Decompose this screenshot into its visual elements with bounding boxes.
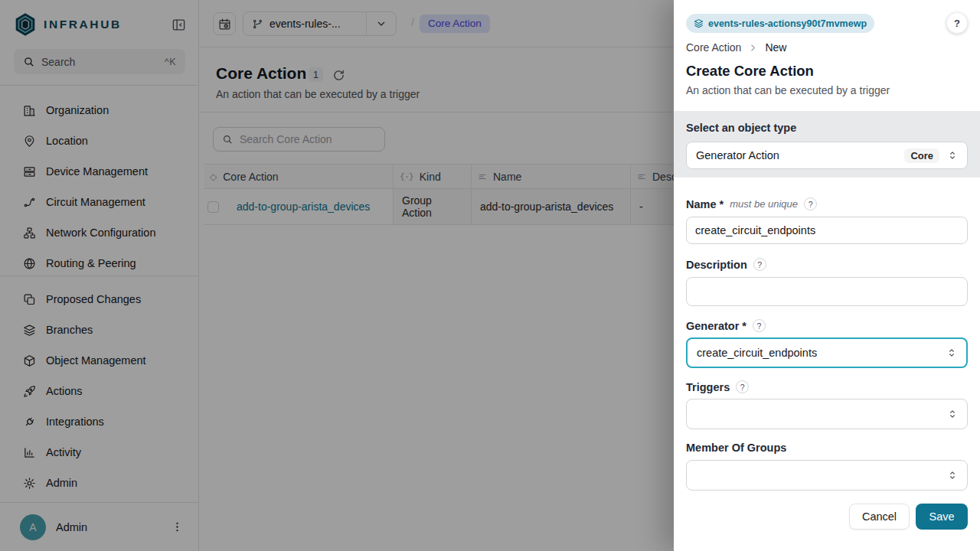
- object-type-label: Select an object type: [686, 122, 796, 134]
- generator-value: create_circuit_endpoints: [697, 347, 817, 359]
- description-label: Description: [686, 259, 747, 271]
- core-namespace-badge: Core: [904, 148, 939, 163]
- name-input[interactable]: create_circuit_endpoints: [686, 217, 968, 244]
- help-icon[interactable]: ?: [753, 319, 766, 332]
- layers-icon: [694, 18, 704, 28]
- drawer-title: Create Core Action: [686, 63, 814, 80]
- drawer-breadcrumb: Core Action New: [686, 41, 786, 54]
- breadcrumb-parent[interactable]: Core Action: [686, 41, 741, 54]
- description-input[interactable]: [686, 277, 968, 306]
- cancel-button[interactable]: Cancel: [849, 504, 910, 530]
- triggers-select[interactable]: [686, 399, 968, 429]
- generator-label: Generator *: [686, 320, 746, 332]
- branch-badge-label: events-rules-actionsy90t7mvmewp: [708, 18, 867, 29]
- generator-label-row: Generator * ?: [686, 319, 766, 332]
- description-label-row: Description ?: [686, 258, 766, 271]
- breadcrumb-current: New: [765, 41, 786, 54]
- object-type-section: Select an object type Generator Action C…: [674, 111, 980, 178]
- help-icon[interactable]: ?: [804, 197, 817, 210]
- triggers-label-row: Triggers ?: [686, 380, 749, 393]
- member-of-groups-label: Member Of Groups: [686, 442, 786, 454]
- triggers-label: Triggers: [686, 381, 730, 393]
- save-button[interactable]: Save: [916, 504, 968, 530]
- member-of-groups-select[interactable]: [686, 460, 968, 491]
- name-label-row: Name * must be unique ?: [686, 197, 817, 210]
- chevron-up-down-icon: [947, 150, 958, 161]
- branch-badge: events-rules-actionsy90t7mvmewp: [686, 14, 874, 33]
- chevron-up-down-icon: [947, 409, 958, 419]
- member-of-groups-label-row: Member Of Groups: [686, 442, 786, 454]
- name-value: create_circuit_endpoints: [695, 224, 815, 236]
- chevron-up-down-icon: [946, 347, 957, 358]
- name-label: Name *: [686, 198, 724, 210]
- drawer-subtitle: An action that can be executed by a trig…: [686, 84, 890, 96]
- modal-overlay[interactable]: [0, 0, 674, 551]
- help-icon[interactable]: ?: [736, 380, 749, 393]
- create-core-action-drawer: events-rules-actionsy90t7mvmewp ? Core A…: [674, 0, 980, 551]
- object-type-select[interactable]: Generator Action Core: [686, 142, 968, 169]
- chevron-up-down-icon: [947, 470, 958, 481]
- name-hint: must be unique: [730, 198, 798, 210]
- object-type-value: Generator Action: [696, 149, 779, 161]
- chevron-right-icon: [748, 43, 758, 53]
- help-button[interactable]: ?: [946, 12, 968, 34]
- help-icon[interactable]: ?: [753, 258, 766, 271]
- generator-select[interactable]: create_circuit_endpoints: [686, 337, 968, 368]
